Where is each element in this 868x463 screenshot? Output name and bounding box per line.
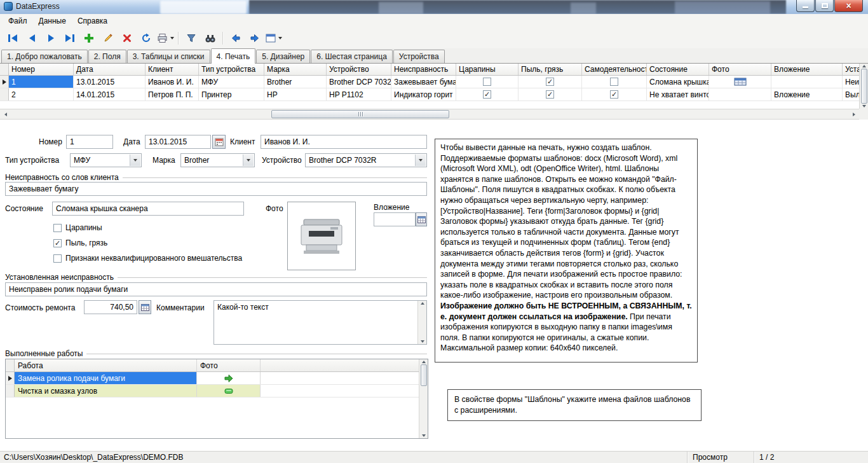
tab-devices[interactable]: Устройства xyxy=(393,50,445,63)
tab-sixth-page[interactable]: 6. Шестая страница xyxy=(311,50,393,63)
cell-dust[interactable]: ✓ xyxy=(519,76,582,88)
tab-print[interactable]: 4. Печать xyxy=(211,48,256,64)
column-header-dust[interactable]: Пыль, грязь xyxy=(519,64,582,75)
grid-row-2[interactable]: 2 14.01.2015 Петров П. П. Принтер HP HP … xyxy=(0,88,859,101)
column-header-scratches[interactable]: Царапины xyxy=(456,64,519,75)
works-vertical-scrollbar[interactable] xyxy=(419,359,428,438)
scroll-up-icon[interactable] xyxy=(862,65,866,67)
scroll-up-icon[interactable] xyxy=(421,302,424,305)
first-record-button[interactable] xyxy=(3,30,22,46)
prev-record-button[interactable] xyxy=(22,30,41,46)
last-record-button[interactable] xyxy=(60,30,79,46)
cell-photo[interactable] xyxy=(709,76,771,88)
forms-button[interactable] xyxy=(264,30,283,46)
scratches-checkbox[interactable]: Царапины xyxy=(53,223,102,232)
column-header-state[interactable]: Состояние xyxy=(647,64,709,75)
menu-data[interactable]: Данные xyxy=(33,15,72,27)
tab-tables-lists[interactable]: 3. Таблицы и списки xyxy=(127,50,210,63)
cell-photo[interactable] xyxy=(709,88,771,100)
print-button[interactable] xyxy=(156,30,175,46)
works-column-header-work[interactable]: Работа xyxy=(15,359,197,371)
column-header-number[interactable]: Номер xyxy=(9,64,74,75)
checkbox[interactable]: ✓ xyxy=(546,78,554,86)
diagnosed-field[interactable] xyxy=(5,282,427,296)
cell-attachment[interactable]: Вложение xyxy=(771,88,843,100)
works-row-1[interactable]: Замена ролика подачи бумаги xyxy=(6,372,428,385)
checkbox[interactable] xyxy=(53,224,62,232)
column-header-client[interactable]: Клиент xyxy=(146,64,199,75)
cell-state[interactable]: Сломана крышка сканера xyxy=(647,76,709,88)
menu-help[interactable]: Справка xyxy=(72,15,113,27)
column-header-brand[interactable]: Марка xyxy=(264,64,327,75)
scrollbar-thumb[interactable] xyxy=(271,110,449,118)
menu-file[interactable]: Файл xyxy=(3,15,33,27)
next-record-button[interactable] xyxy=(41,30,60,46)
cell-tampering[interactable] xyxy=(582,76,647,88)
date-field[interactable] xyxy=(145,135,211,149)
number-field[interactable] xyxy=(66,135,113,149)
checkbox[interactable] xyxy=(610,78,618,86)
cell-device[interactable]: HP P1102 xyxy=(327,88,391,100)
cell-date[interactable]: 14.01.2015 xyxy=(74,88,146,100)
maximize-button[interactable] xyxy=(815,0,834,12)
cell-brand[interactable]: Brother xyxy=(264,76,327,88)
refresh-button[interactable] xyxy=(137,30,156,46)
cell-brand[interactable]: HP xyxy=(264,88,327,100)
cell-number[interactable]: 2 xyxy=(9,88,74,100)
cell-scratches[interactable] xyxy=(456,76,519,88)
attachment-field[interactable] xyxy=(374,212,416,226)
find-button[interactable] xyxy=(201,30,220,46)
delete-record-button[interactable] xyxy=(118,30,137,46)
grid-row-1[interactable]: 1 13.01.2015 Иванов И. И. МФУ Brother Br… xyxy=(0,76,859,88)
client-field[interactable] xyxy=(261,135,427,149)
minimize-button[interactable] xyxy=(796,0,815,12)
go-forward-button[interactable] xyxy=(245,30,264,46)
tab-welcome[interactable]: 1. Добро пожаловать xyxy=(1,50,88,63)
works-cell-photo[interactable] xyxy=(197,372,261,384)
state-field[interactable] xyxy=(52,202,244,216)
comments-scrollbar[interactable] xyxy=(417,301,426,344)
cell-client[interactable]: Иванов И. И. xyxy=(146,76,199,88)
grid-vertical-scrollbar[interactable] xyxy=(859,64,868,109)
close-button[interactable]: × xyxy=(834,0,863,12)
scrollbar-thumb[interactable] xyxy=(421,364,427,386)
checkbox[interactable] xyxy=(483,78,491,86)
filter-button[interactable] xyxy=(182,30,201,46)
cell-client[interactable]: Петров П. П. xyxy=(146,88,199,100)
column-header-fault[interactable]: Неисправность xyxy=(391,64,456,75)
cell-fault[interactable]: Зажевывает бумагу xyxy=(391,76,456,88)
comments-text[interactable]: Какой-то текст xyxy=(214,301,417,344)
works-row-2[interactable]: Чистка и смазка узлов xyxy=(6,385,428,397)
works-column-header-photo[interactable]: Фото xyxy=(197,359,261,371)
cost-calc-button[interactable] xyxy=(139,300,151,314)
comments-textarea[interactable]: Какой-то текст xyxy=(214,300,427,345)
works-cell-name[interactable]: Чистка и смазка узлов xyxy=(15,385,197,397)
titlebar[interactable]: DataExpress × xyxy=(0,0,868,14)
cell-fault[interactable]: Индикатор горит xyxy=(391,88,456,100)
cell-device-type[interactable]: МФУ xyxy=(199,76,264,88)
fault-field[interactable] xyxy=(5,182,427,196)
cell-device-type[interactable]: Принтер xyxy=(199,88,264,100)
column-header-device[interactable]: Устройство xyxy=(327,64,391,75)
checkbox[interactable]: ✓ xyxy=(610,90,618,99)
brand-combobox[interactable]: Brother xyxy=(180,153,255,167)
cell-scratches[interactable]: ✓ xyxy=(456,88,519,100)
cell-state[interactable]: Не хватает винтов xyxy=(647,88,709,100)
attachment-browse-button[interactable] xyxy=(416,212,427,226)
edit-record-button[interactable] xyxy=(98,30,118,46)
date-picker-button[interactable] xyxy=(212,135,226,149)
checkbox[interactable]: ✓ xyxy=(53,239,62,247)
column-header-tampering[interactable]: Самодеятельност xyxy=(582,64,647,75)
scroll-down-icon[interactable] xyxy=(422,434,426,437)
tab-fields[interactable]: 2. Поля xyxy=(88,50,126,63)
checkbox[interactable] xyxy=(53,254,62,263)
checkbox[interactable]: ✓ xyxy=(546,90,554,99)
grid-horizontal-scrollbar[interactable] xyxy=(0,109,859,120)
dust-checkbox[interactable]: ✓ Пыль, грязь xyxy=(53,238,107,247)
scroll-down-icon[interactable] xyxy=(862,105,866,107)
works-cell-name[interactable]: Замена ролика подачи бумаги xyxy=(15,372,197,384)
scroll-left-button[interactable] xyxy=(0,109,11,119)
scrollbar-thumb[interactable] xyxy=(861,69,867,104)
checkbox[interactable]: ✓ xyxy=(483,90,491,99)
cell-attachment[interactable] xyxy=(771,76,843,88)
